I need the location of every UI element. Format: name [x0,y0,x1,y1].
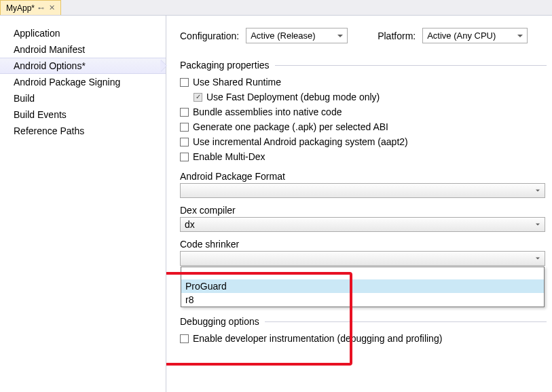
platform-value: Active (Any CPU) [427,31,496,41]
divider [275,65,547,66]
pin-icon[interactable]: ⊷ [38,5,44,12]
fast-deploy-checkbox [194,93,202,102]
shrinker-option-blank[interactable] [181,267,544,279]
pkg-format-label: Android Package Format [180,171,547,182]
fast-deploy-row: Use Fast Deployment (debug mode only) [180,90,547,104]
sidebar-item-label: Build [14,93,35,104]
close-icon[interactable]: ✕ [48,3,56,12]
dex-select[interactable]: dx [180,217,545,232]
sidebar-item-build-events[interactable]: Build Events [0,106,166,123]
sidebar-item-build[interactable]: Build [0,90,166,106]
document-tab[interactable]: MyApp* ⊷ ✕ [0,0,61,15]
shared-runtime-row[interactable]: Use Shared Runtime [180,75,547,90]
dev-instr-row[interactable]: Enable developer instrumentation (debugg… [180,331,547,346]
sidebar-item-label: Android Package Signing [14,77,120,87]
sidebar-item-label: Android Options* [14,60,86,71]
multidex-row[interactable]: Enable Multi-Dex [180,149,547,164]
one-apk-label: Generate one package (.apk) per selected… [193,121,388,132]
debugging-group-header: Debugging options [180,316,547,327]
dev-instr-checkbox[interactable] [180,334,189,343]
bundle-native-checkbox[interactable] [180,108,189,117]
main-panel: Configuration: Active (Release) Platform… [166,16,552,392]
sidebar-item-label: Application [14,28,60,39]
shrinker-label: Code shrinker [180,239,547,250]
sidebar-item-label: Reference Paths [14,125,84,136]
multidex-checkbox[interactable] [180,153,189,161]
multidex-label: Enable Multi-Dex [193,151,265,162]
sidebar-item-android-manifest[interactable]: Android Manifest [0,41,166,58]
aapt2-label: Use incremental Android packaging system… [193,136,408,147]
sidebar-item-label: Build Events [14,109,67,120]
configuration-value: Active (Release) [251,31,315,41]
group-title: Packaging properties [180,60,270,71]
packaging-group-header: Packaging properties [180,60,547,71]
platform-label: Platform: [378,31,416,41]
sidebar-item-package-signing[interactable]: Android Package Signing [0,74,166,90]
content-area: Application Android Manifest Android Opt… [0,16,552,392]
config-row: Configuration: Active (Release) Platform… [180,28,547,43]
dex-value: dx [185,219,195,230]
one-apk-row[interactable]: Generate one package (.apk) per selected… [180,119,547,134]
tab-bar: MyApp* ⊷ ✕ [0,0,552,16]
sidebar: Application Android Manifest Android Opt… [0,16,166,392]
aapt2-row[interactable]: Use incremental Android packaging system… [180,134,547,149]
sidebar-item-reference-paths[interactable]: Reference Paths [0,123,166,139]
bundle-native-label: Bundle assemblies into native code [193,106,342,117]
platform-select[interactable]: Active (Any CPU) [422,28,528,43]
group-title: Debugging options [180,316,259,327]
fast-deploy-label: Use Fast Deployment (debug mode only) [206,92,380,102]
sidebar-item-label: Android Manifest [14,44,85,55]
tab-title: MyApp* [6,3,35,13]
sidebar-item-application[interactable]: Application [0,25,166,41]
divider [265,321,547,322]
shrinker-option-r8[interactable]: r8 [181,293,544,307]
bundle-native-row[interactable]: Bundle assemblies into native code [180,104,547,119]
shrinker-dropdown: ProGuard r8 [181,267,545,307]
configuration-label: Configuration: [180,31,239,41]
shared-runtime-label: Use Shared Runtime [193,77,281,87]
dex-label: Dex compiler [180,205,547,216]
sidebar-item-android-options[interactable]: Android Options* [0,58,166,74]
one-apk-checkbox[interactable] [180,123,189,132]
shrinker-option-proguard[interactable]: ProGuard [181,279,544,293]
pkg-format-select[interactable] [180,183,545,198]
aapt2-checkbox[interactable] [180,138,189,146]
dev-instr-label: Enable developer instrumentation (debugg… [193,333,442,344]
shrinker-select[interactable]: ProGuard r8 [180,251,545,266]
configuration-select[interactable]: Active (Release) [246,28,348,43]
shared-runtime-checkbox[interactable] [180,78,189,87]
